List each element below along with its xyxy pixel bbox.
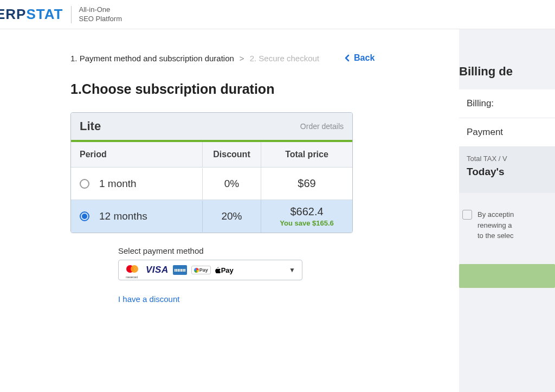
chevron-down-icon: ▼: [289, 266, 295, 274]
price-value: $662.4: [290, 205, 323, 218]
terms-line1: By acceptin: [477, 209, 514, 220]
cell-period: 1 month: [71, 168, 202, 200]
content: 1. Payment method and subscription durat…: [0, 29, 388, 304]
order-details-link[interactable]: Order details: [300, 122, 344, 131]
plan-header: Lite Order details: [71, 113, 352, 142]
confirm-button[interactable]: [459, 264, 555, 288]
gpay-icon: Pay: [191, 266, 211, 274]
radio-checked-icon[interactable]: [80, 211, 89, 221]
cell-price: $662.4 You save $165.6: [261, 200, 352, 233]
price-save: You save $165.6: [280, 219, 334, 227]
billing-title: Billing de: [459, 65, 555, 79]
col-period-header: Period: [71, 142, 202, 167]
logo-part1: ERP: [0, 6, 26, 22]
logo-divider: [71, 6, 72, 23]
plan-name: Lite: [80, 119, 101, 133]
billing-field-payment: Payment: [459, 118, 555, 147]
discount-link[interactable]: I have a discount: [118, 294, 179, 304]
right-column: Billing de Billing: Payment Total TAX / …: [459, 29, 555, 392]
payment-brand-icons: mastercard VISA Pay Pay: [125, 265, 234, 275]
receipt-edge-decoration: [459, 187, 555, 193]
billing-details-panel: Billing de Billing: Payment Total TAX / …: [459, 65, 555, 288]
table-columns-header: Period Discount Total price: [71, 142, 352, 168]
today-total-label: Today's: [467, 166, 547, 178]
terms-text: By acceptin renewing a to the selec: [477, 209, 514, 241]
period-label: 12 months: [99, 210, 147, 222]
price-value: $69: [298, 177, 315, 189]
left-column: 1. Payment method and subscription durat…: [0, 29, 459, 392]
breadcrumb-separator: >: [240, 54, 244, 63]
breadcrumb-step2: 2. Secure checkout: [250, 54, 319, 63]
plan-row-1month[interactable]: 1 month 0% $69: [71, 168, 352, 200]
main-wrap: 1. Payment method and subscription durat…: [0, 29, 555, 392]
logo-part2: STAT: [26, 6, 63, 22]
breadcrumb-step1: 1. Payment method and subscription durat…: [70, 54, 234, 63]
plan-row-12months[interactable]: 12 months 20% $662.4 You save $165.6: [71, 200, 352, 233]
tagline: All-in-One SEO Platform: [79, 5, 122, 24]
tagline-line2: SEO Platform: [79, 15, 122, 24]
section-title: 1.Choose subscription duration: [70, 81, 388, 97]
col-price-header: Total price: [261, 142, 352, 167]
period-label: 1 month: [99, 178, 137, 190]
tagline-line1: All-in-One: [79, 5, 122, 15]
visa-icon: VISA: [146, 265, 169, 275]
billing-tax-block: Total TAX / V Today's: [459, 147, 555, 187]
logo: ERPSTAT: [0, 6, 63, 23]
breadcrumb: 1. Payment method and subscription durat…: [70, 53, 388, 63]
tax-label: Total TAX / V: [467, 155, 547, 163]
applepay-icon: Pay: [215, 266, 234, 274]
cell-discount: 20%: [202, 201, 261, 232]
cell-period: 12 months: [71, 201, 202, 232]
payment-method-select[interactable]: mastercard VISA Pay Pay ▼: [118, 260, 302, 280]
terms-line2: renewing a: [477, 220, 514, 231]
terms-checkbox[interactable]: [462, 210, 472, 220]
cell-discount: 0%: [202, 168, 261, 200]
billing-box: Billing: Payment Total TAX / V Today's: [459, 89, 555, 193]
payment-section: Select payment method mastercard VISA Pa…: [118, 246, 302, 304]
amex-icon: [173, 265, 187, 275]
terms-row: By acceptin renewing a to the selec: [459, 193, 555, 241]
radio-unchecked-icon[interactable]: [80, 179, 89, 189]
plan-table: Lite Order details Period Discount Total…: [70, 112, 353, 233]
cell-price: $69: [261, 168, 352, 200]
back-button[interactable]: Back: [344, 53, 375, 63]
col-discount-header: Discount: [202, 142, 261, 167]
app-header: ERPSTAT All-in-One SEO Platform: [0, 0, 555, 29]
billing-field-billing: Billing:: [459, 89, 555, 118]
back-label: Back: [354, 53, 375, 63]
chevron-left-icon: [344, 54, 351, 62]
payment-method-label: Select payment method: [118, 246, 302, 255]
mastercard-icon: mastercard: [125, 265, 141, 275]
terms-line3: to the selec: [477, 230, 514, 241]
